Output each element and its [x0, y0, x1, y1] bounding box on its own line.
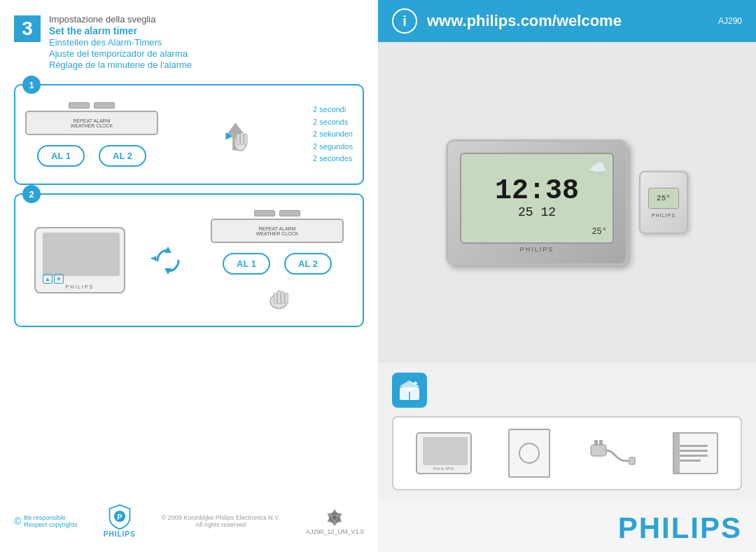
left-panel: 3 Impostazione della sveglia Set the ala…: [0, 0, 378, 552]
philips-brand-text: PHILIPS: [618, 511, 742, 544]
lang-es: Ajuste del temporizador de alarma: [49, 48, 192, 59]
sensor-device: 25° PHILIPS: [639, 171, 688, 234]
seconds-en: 2 seconds: [313, 116, 353, 129]
item-circle: [519, 443, 540, 464]
svg-rect-12: [281, 291, 284, 304]
svg-rect-10: [274, 293, 276, 304]
clock-front-left: PHILIPS ▲ ▼: [34, 227, 125, 294]
seconds-list: 2 secondi 2 seconds 2 sekunden 2 segundo…: [313, 104, 353, 165]
seconds-de: 2 sekunden: [313, 128, 353, 141]
model-code: AJ290_12_UM_V1.0: [306, 528, 364, 535]
al2-button-s2[interactable]: AL 2: [284, 253, 332, 275]
svg-rect-20: [594, 440, 598, 446]
clock-top-label: REPEAT ALARMWEATHER CLOCK: [71, 118, 113, 128]
book-line-3: [680, 455, 708, 457]
step-number: 3: [14, 15, 41, 42]
info-bar: i www.philips.com/welcome AJ290: [378, 0, 756, 42]
box-contents: PHILIPS: [392, 416, 742, 490]
website-url: www.philips.com/welcome: [427, 12, 622, 30]
book-line-1: [680, 445, 708, 447]
clock-top-illustration-2: REPEAT ALARMWEATHER CLOCK: [211, 210, 344, 243]
clock-top-illustration: REPEAT ALARMWEATHER CLOCK: [25, 102, 158, 135]
footer: © Be responsible Respect copyrights P PH…: [14, 498, 364, 538]
top-button-4: [279, 210, 300, 216]
item-book-illustration: [673, 432, 718, 474]
step1-box: 1 REPEAT ALARMWEATHER CLOCK AL 1 AL 2: [14, 84, 364, 185]
al-buttons-step1: AL 1 AL 2: [37, 145, 146, 167]
step2-circle: 2: [22, 185, 41, 203]
front-brand-label: PHILIPS: [66, 284, 94, 289]
lang-de: Einstellen des Alarm-Timers: [49, 37, 192, 48]
seconds-es: 2 segundos: [313, 141, 353, 153]
lang-fr: Réglage de la minuterie de l'alarme: [49, 60, 192, 70]
philips-footer-text: PHILIPS: [104, 530, 136, 538]
box-section: PHILIPS: [378, 363, 756, 500]
philips-footer-logo: P PHILIPS: [104, 504, 136, 538]
product-area: ☁️ 12:38 25 12 25° PHILIPS 25° PHILIPS: [378, 42, 756, 363]
charger-icon: [587, 434, 636, 473]
box-item-clock: PHILIPS: [416, 432, 472, 474]
svg-rect-13: [285, 293, 288, 304]
item-clock-illustration: PHILIPS: [416, 432, 472, 474]
sensor-screen: 25°: [648, 188, 679, 209]
info-icon: i: [392, 8, 417, 34]
top-button-3: [254, 210, 275, 216]
sensor-brand: PHILIPS: [652, 213, 676, 218]
book-line-2: [680, 450, 708, 452]
weather-icon: ☁️: [588, 160, 607, 178]
clock-date-display: 25 12: [518, 205, 556, 219]
step1-circle: 1: [22, 76, 41, 94]
recycle-icon: [324, 507, 345, 528]
svg-rect-2: [237, 133, 239, 144]
device-top-view: REPEAT ALARMWEATHER CLOCK AL 1 AL 2: [25, 102, 158, 167]
svg-rect-19: [591, 445, 606, 456]
box-item-manual: [673, 432, 718, 474]
step2-right: REPEAT ALARMWEATHER CLOCK AL 1 AL 2: [211, 210, 344, 310]
svg-rect-21: [599, 440, 603, 446]
item-flat-illustration: [508, 429, 550, 478]
brand-section: PHILIPS: [378, 500, 756, 552]
lang-it: Impostazione della sveglia: [49, 14, 192, 25]
hand-pointer-icon-2: [265, 279, 290, 310]
box-icon-container: [392, 373, 427, 408]
clock-top-label-2: REPEAT ALARMWEATHER CLOCK: [256, 226, 299, 236]
down-arrow-btn[interactable]: ▼: [54, 274, 64, 284]
respect-label: Respect copyrights: [24, 521, 78, 528]
svg-rect-22: [629, 457, 635, 464]
al2-button[interactable]: AL 2: [99, 145, 146, 167]
arrows-btn: ▲ ▼: [43, 274, 64, 284]
package-icon: [397, 378, 422, 403]
right-panel: i www.philips.com/welcome AJ290 ☁️ 12:38…: [378, 0, 756, 552]
step2-content: PHILIPS ▲ ▼: [25, 205, 353, 316]
seconds-it: 2 secondi: [313, 104, 353, 116]
hand-pointer-icon: [223, 116, 248, 154]
clock-body: REPEAT ALARMWEATHER CLOCK: [25, 111, 158, 135]
al-buttons-step2: AL 1 AL 2: [223, 253, 332, 275]
model-number: AJ290: [718, 16, 742, 26]
svg-marker-8: [152, 256, 156, 261]
item-clock-screen: [423, 437, 468, 465]
lang-en: Set the alarm timer: [49, 25, 192, 36]
clock-temp-display: 25°: [592, 227, 607, 237]
up-arrow-btn[interactable]: ▲: [43, 274, 52, 284]
step-languages: Impostazione della sveglia Set the alarm…: [49, 14, 192, 70]
svg-rect-4: [244, 133, 247, 144]
box-item-flat: [508, 429, 550, 478]
top-button-1: [69, 102, 90, 109]
main-clock: ☁️ 12:38 25 12 25° PHILIPS: [446, 139, 628, 265]
al1-button-s2[interactable]: AL 1: [223, 253, 270, 275]
box-header: [392, 373, 742, 408]
box-item-charger: [587, 434, 636, 473]
step-header: 3 Impostazione della sveglia Set the ala…: [14, 14, 364, 70]
clock-brand-label: PHILIPS: [520, 246, 554, 253]
step2-box: 2 PHILIPS ▲ ▼: [14, 193, 364, 327]
copyright: © 2009 Koninklijke Philips Electronics N…: [162, 514, 280, 528]
be-responsible-label: Be responsible: [24, 514, 78, 521]
al1-button[interactable]: AL 1: [37, 145, 85, 167]
recycle-section: AJ290_12_UM_V1.0: [306, 507, 364, 535]
front-screen: [43, 233, 120, 276]
svg-rect-11: [277, 290, 280, 303]
philips-shield-icon: P: [106, 504, 133, 530]
main-clock-screen: ☁️ 12:38 25 12 25°: [460, 153, 614, 244]
svg-rect-3: [241, 132, 244, 145]
